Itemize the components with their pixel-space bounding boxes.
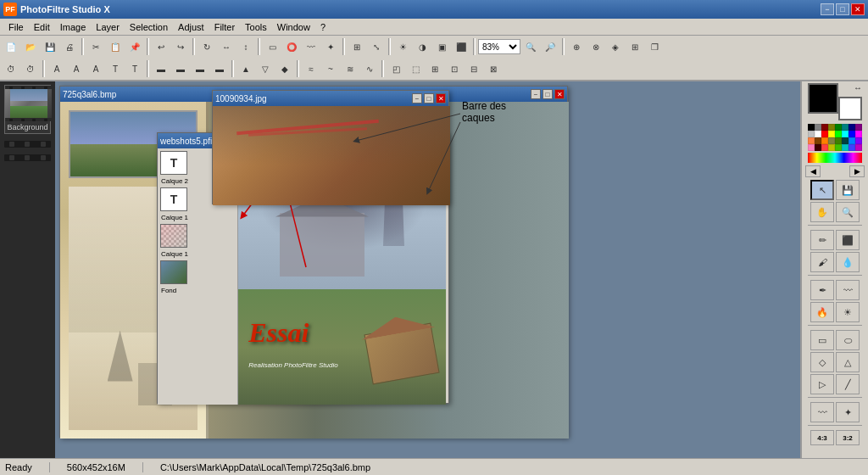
tb-filter3[interactable]: ▣ xyxy=(432,37,451,56)
tb-filter4[interactable]: ⬛ xyxy=(452,37,470,56)
tb-lasso[interactable]: 〰 xyxy=(302,37,320,56)
jpg-doc-minimize[interactable]: − xyxy=(412,93,422,103)
tool-smudge[interactable]: 〰 xyxy=(836,280,860,300)
jpg-doc-maximize[interactable]: □ xyxy=(424,93,434,103)
palette-cell[interactable] xyxy=(821,144,828,151)
tb2-fx4[interactable]: ∿ xyxy=(360,59,379,78)
palette-cell[interactable] xyxy=(842,137,849,144)
tb-save[interactable]: 💾 xyxy=(41,37,59,56)
palette-cell[interactable] xyxy=(849,137,855,144)
palette-cell[interactable] xyxy=(855,144,862,151)
tool-eraser[interactable]: ⬛ xyxy=(836,230,860,250)
tb2-fx1[interactable]: ≈ xyxy=(302,59,320,78)
tb2-5[interactable]: A xyxy=(86,59,105,78)
tb-extra5[interactable]: ❐ xyxy=(645,37,664,56)
palette-cell[interactable] xyxy=(842,144,849,151)
palette-cell[interactable] xyxy=(815,144,821,151)
palette-cell[interactable] xyxy=(842,131,849,137)
tool-triangle[interactable]: △ xyxy=(836,352,860,372)
palette-cell[interactable] xyxy=(855,137,862,144)
palette-cell[interactable] xyxy=(808,124,815,131)
fg-color-swatch[interactable] xyxy=(808,83,838,114)
palette-cell[interactable] xyxy=(835,137,842,144)
tb2-3[interactable]: A xyxy=(47,59,66,78)
tool-save[interactable]: 💾 xyxy=(836,180,860,200)
tb2-fx3[interactable]: ≋ xyxy=(341,59,359,78)
tb2-extra1[interactable]: ◰ xyxy=(387,59,405,78)
tool-lasso[interactable]: 〰 xyxy=(810,402,834,422)
tool-line[interactable]: ╱ xyxy=(836,374,860,394)
tb-resize[interactable]: ⤡ xyxy=(367,37,386,56)
tb2-shape3[interactable]: ◆ xyxy=(275,59,294,78)
minimize-button[interactable]: − xyxy=(821,3,834,15)
tool-poly-sel[interactable]: ◇ xyxy=(810,352,834,372)
palette-cell[interactable] xyxy=(815,124,821,131)
jpg-doc-titlebar[interactable]: 10090934.jpg − □ ✕ xyxy=(213,91,448,106)
layer-calque1-trans[interactable] xyxy=(159,223,236,249)
jpg-doc-close[interactable]: ✕ xyxy=(436,93,446,103)
palette-cell[interactable] xyxy=(855,124,862,131)
palette-cell[interactable] xyxy=(849,144,855,151)
palette-cell[interactable] xyxy=(828,144,835,151)
tb-filter2[interactable]: ◑ xyxy=(413,37,431,56)
tb2-brush3[interactable]: ▬ xyxy=(191,59,209,78)
tool-ellipse-sel[interactable]: ⬭ xyxy=(836,330,860,350)
tb-paste[interactable]: 📌 xyxy=(125,37,144,56)
tool-zoom[interactable]: 🔍 xyxy=(836,202,860,222)
tb2-6[interactable]: T xyxy=(106,59,125,78)
tool-rect-sel[interactable]: ▭ xyxy=(810,330,834,350)
main-doc-close[interactable]: ✕ xyxy=(554,89,565,99)
tb-ellipse-sel[interactable]: ⭕ xyxy=(282,37,301,56)
tool-brush[interactable]: 🖌 xyxy=(810,252,834,272)
tb2-extra3[interactable]: ⊞ xyxy=(426,59,444,78)
tb-extra3[interactable]: ◈ xyxy=(606,37,625,56)
tb-crop[interactable]: ⊞ xyxy=(348,37,366,56)
palette-cell[interactable] xyxy=(808,144,815,151)
mode-32[interactable]: 3:2 xyxy=(836,430,860,445)
tb-open[interactable]: 📂 xyxy=(21,37,40,56)
menu-window[interactable]: Window xyxy=(272,20,315,34)
close-button[interactable]: ✕ xyxy=(851,3,865,15)
palette-cell[interactable] xyxy=(835,144,842,151)
tb-extra2[interactable]: ⊗ xyxy=(587,37,605,56)
color-exchange-icon[interactable]: ↔ xyxy=(854,83,862,92)
menu-selection[interactable]: Selection xyxy=(125,20,173,34)
tb-extra4[interactable]: ⊞ xyxy=(626,37,644,56)
tb2-7[interactable]: T xyxy=(125,59,144,78)
palette-scroll-right[interactable]: ▶ xyxy=(849,165,865,177)
tb-zoom-out[interactable]: 🔎 xyxy=(541,37,559,56)
tb2-extra4[interactable]: ⊡ xyxy=(445,59,464,78)
tb-rotate[interactable]: ↻ xyxy=(198,37,216,56)
menu-tools[interactable]: Tools xyxy=(240,20,272,34)
tb-filter1[interactable]: ☀ xyxy=(393,37,412,56)
tb2-2[interactable]: ⏱ xyxy=(21,59,40,78)
menu-filter[interactable]: Filter xyxy=(209,20,240,34)
bg-color-swatch[interactable] xyxy=(838,97,862,120)
maximize-button[interactable]: □ xyxy=(836,3,849,15)
main-doc-minimize[interactable]: − xyxy=(531,89,541,99)
tb-undo[interactable]: ↩ xyxy=(152,37,170,56)
menu-help[interactable]: ? xyxy=(315,20,331,34)
mode-43[interactable]: 4:3 xyxy=(810,430,834,445)
tool-hand[interactable]: ✋ xyxy=(810,202,834,222)
tb2-fx2[interactable]: ~ xyxy=(321,59,340,78)
tb-magic[interactable]: ✦ xyxy=(321,37,340,56)
tb2-1[interactable]: ⏱ xyxy=(2,59,20,78)
menu-edit[interactable]: Edit xyxy=(29,20,55,34)
tool-magic-sel[interactable]: ✦ xyxy=(836,402,860,422)
palette-cell[interactable] xyxy=(835,124,842,131)
tool-pencil[interactable]: ✏ xyxy=(810,230,834,250)
palette-cell[interactable] xyxy=(808,131,815,137)
tb-new[interactable]: 📄 xyxy=(2,37,20,56)
menu-image[interactable]: Image xyxy=(55,20,92,34)
layer-fond[interactable] xyxy=(159,260,236,285)
palette-cell[interactable] xyxy=(815,137,821,144)
tb2-extra6[interactable]: ⊠ xyxy=(484,59,503,78)
palette-cell[interactable] xyxy=(821,124,828,131)
palette-cell[interactable] xyxy=(842,124,849,131)
palette-cell[interactable] xyxy=(808,137,815,144)
tb-flip-v[interactable]: ↕ xyxy=(236,37,255,56)
palette-cell[interactable] xyxy=(849,124,855,131)
palette-cell[interactable] xyxy=(849,131,855,137)
tb-zoom-in[interactable]: 🔍 xyxy=(521,37,540,56)
